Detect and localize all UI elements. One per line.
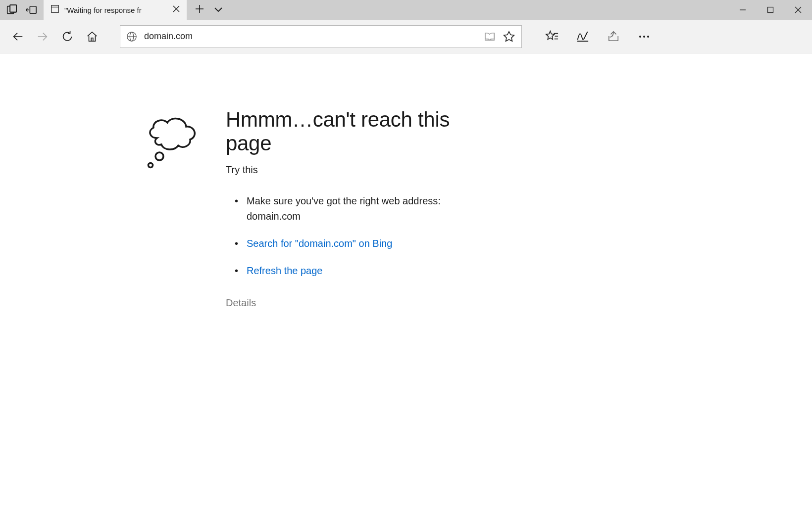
- svg-rect-4: [51, 5, 58, 12]
- svg-point-25: [647, 36, 649, 38]
- thought-cloud-icon: [140, 111, 204, 309]
- tab-preview-button[interactable]: [214, 5, 223, 14]
- back-button[interactable]: [6, 25, 30, 48]
- error-page-content: Hmmm…can't reach this page Try this Make…: [0, 53, 812, 309]
- maximize-button[interactable]: [757, 0, 784, 20]
- svg-point-27: [149, 163, 153, 168]
- refresh-page-link[interactable]: Refresh the page: [247, 265, 322, 276]
- svg-point-24: [643, 36, 645, 38]
- svg-point-26: [155, 152, 163, 160]
- close-tab-button[interactable]: [173, 5, 180, 14]
- url-input[interactable]: [144, 31, 477, 42]
- page-favicon-icon: [51, 4, 59, 15]
- search-bing-link[interactable]: Search for "domain.com" on Bing: [247, 238, 392, 249]
- svg-rect-3: [30, 6, 36, 14]
- tab-title: "Waiting for response fr: [64, 6, 168, 14]
- try-this-label: Try this: [226, 164, 483, 176]
- toolbar-right: [537, 25, 660, 48]
- favorite-star-icon[interactable]: [503, 30, 515, 43]
- error-heading: Hmmm…can't reach this page: [226, 108, 483, 155]
- reading-view-icon[interactable]: [484, 31, 496, 42]
- set-tabs-aside-icon[interactable]: [26, 5, 38, 15]
- close-window-button[interactable]: [784, 0, 812, 20]
- globe-icon: [126, 31, 137, 42]
- tab-actions: [187, 0, 231, 20]
- suggestion-item: Search for "domain.com" on Bing: [238, 236, 483, 251]
- share-button[interactable]: [598, 25, 629, 48]
- minimize-button[interactable]: [729, 0, 757, 20]
- details-toggle[interactable]: Details: [226, 297, 483, 309]
- tab-strip: "Waiting for response fr: [0, 0, 812, 20]
- address-bar[interactable]: [120, 25, 522, 48]
- settings-menu-button[interactable]: [629, 25, 660, 48]
- new-tab-button[interactable]: [195, 4, 204, 15]
- refresh-button[interactable]: [55, 25, 79, 48]
- window-controls: [729, 0, 812, 20]
- svg-rect-11: [768, 7, 773, 13]
- notes-button[interactable]: [567, 25, 598, 48]
- browser-tab[interactable]: "Waiting for response fr: [44, 0, 187, 20]
- error-message: Hmmm…can't reach this page Try this Make…: [226, 108, 483, 309]
- favorites-hub-button[interactable]: [537, 25, 567, 48]
- suggestion-item: Refresh the page: [238, 263, 483, 279]
- suggestion-text: Make sure you've got the right web addre…: [247, 195, 441, 222]
- suggestion-item: Make sure you've got the right web addre…: [238, 193, 483, 224]
- home-button[interactable]: [80, 25, 104, 48]
- tab-strip-left: [0, 0, 44, 20]
- suggestion-list: Make sure you've got the right web addre…: [226, 193, 483, 279]
- svg-rect-1: [10, 5, 16, 12]
- toolbar: [0, 20, 812, 53]
- forward-button: [31, 25, 54, 48]
- tabs-aside-icon[interactable]: [6, 4, 17, 15]
- svg-point-23: [639, 36, 641, 38]
